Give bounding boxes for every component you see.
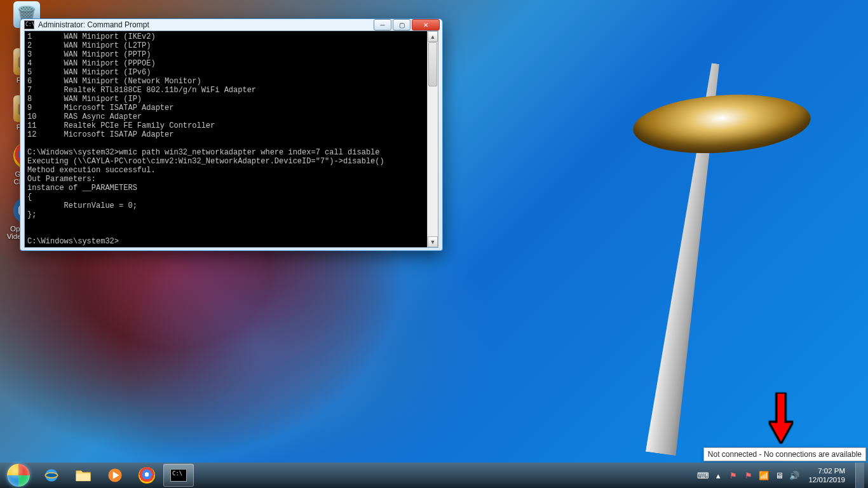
command-prompt-icon: C:\ xyxy=(170,469,187,482)
scroll-up-button[interactable]: ▲ xyxy=(428,31,438,42)
security-icon[interactable]: ⚑ xyxy=(743,470,754,480)
keyboard-icon[interactable]: ⌨ xyxy=(698,470,708,480)
taskbar-pin-google-chrome[interactable] xyxy=(132,464,162,487)
taskbar-pin-command-prompt[interactable]: C:\ xyxy=(163,464,194,487)
command-prompt-window[interactable]: Administrator: Command Prompt ─ ▢ ✕ 1 WA… xyxy=(20,18,443,251)
taskbar-pin-media-player[interactable] xyxy=(100,464,130,487)
start-button[interactable] xyxy=(1,463,36,488)
minimize-button[interactable]: ─ xyxy=(374,19,391,30)
taskbar[interactable]: C:\ ⌨ ▴ ⚑ ⚑ 📶 🖥 🔊 7:02 PM 12/01/2019 xyxy=(0,463,868,488)
window-client-area: 1 WAN Miniport (IKEv2) 2 WAN Miniport (L… xyxy=(24,30,438,248)
action-flag-icon[interactable]: ⚑ xyxy=(728,470,738,480)
scroll-thumb[interactable] xyxy=(428,42,437,86)
window-titlebar[interactable]: Administrator: Command Prompt ─ ▢ ✕ xyxy=(20,19,442,30)
volume-icon[interactable]: 🔊 xyxy=(789,470,799,480)
taskbar-pin-internet-explorer[interactable] xyxy=(36,464,67,487)
console-output[interactable]: 1 WAN Miniport (IKEv2) 2 WAN Miniport (L… xyxy=(25,31,427,247)
network-icon[interactable]: 📶 xyxy=(759,470,769,480)
clock-date: 12/01/2019 xyxy=(808,475,845,484)
close-button[interactable]: ✕ xyxy=(412,19,440,30)
show-hidden-icons-button[interactable]: ▴ xyxy=(713,470,723,480)
taskbar-clock[interactable]: 7:02 PM 12/01/2019 xyxy=(804,466,849,484)
network-tooltip: Not connected - No connections are avail… xyxy=(703,447,866,461)
taskbar-pin-file-explorer[interactable] xyxy=(68,464,98,487)
wallpaper-needle-disc xyxy=(631,89,813,158)
show-desktop-button[interactable] xyxy=(855,463,864,488)
command-prompt-icon xyxy=(24,20,34,29)
vertical-scrollbar[interactable]: ▲ ▼ xyxy=(427,31,438,247)
clock-time: 7:02 PM xyxy=(808,466,845,475)
maximize-button[interactable]: ▢ xyxy=(393,19,410,30)
monitor-icon[interactable]: 🖥 xyxy=(774,470,784,480)
svg-rect-2 xyxy=(76,474,91,481)
windows-orb-icon xyxy=(7,464,30,487)
file-explorer-icon xyxy=(75,467,92,484)
desktop[interactable]: 🗑️ Red 📦 Fla Ex 📦 Fla Ex Google Chrome O… xyxy=(0,0,868,488)
chrome-icon xyxy=(139,467,155,484)
media-player-icon xyxy=(107,467,123,484)
window-controls: ─ ▢ ✕ xyxy=(374,19,440,30)
system-tray: ⌨ ▴ ⚑ ⚑ 📶 🖥 🔊 7:02 PM 12/01/2019 xyxy=(698,463,867,488)
internet-explorer-icon xyxy=(43,467,60,484)
window-title: Administrator: Command Prompt xyxy=(38,20,374,29)
annotation-arrow-icon xyxy=(769,393,793,446)
scroll-down-button[interactable]: ▼ xyxy=(428,236,438,247)
